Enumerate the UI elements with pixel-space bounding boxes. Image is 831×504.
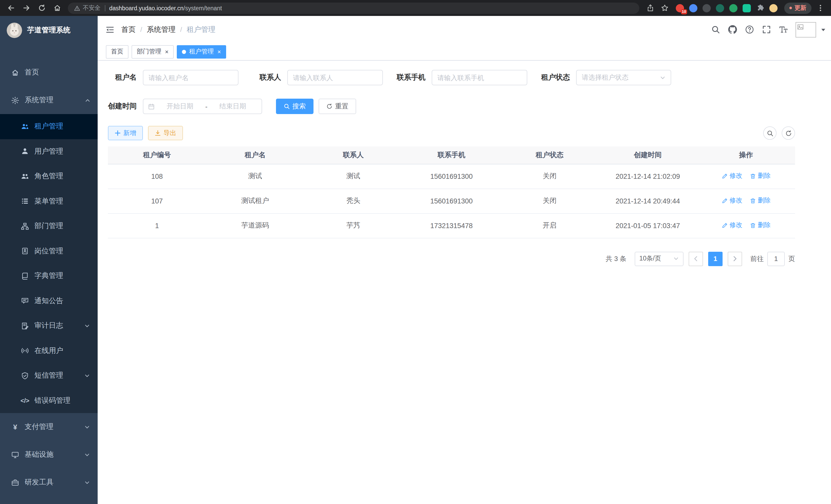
refresh-table-button[interactable] (782, 126, 795, 140)
delete-button[interactable]: 删除 (749, 197, 771, 205)
contact-input[interactable] (293, 74, 377, 82)
export-button-label: 导出 (164, 129, 176, 138)
chevron-down-icon[interactable] (821, 27, 826, 32)
sidebar-toggle-icon[interactable] (98, 25, 121, 34)
sidebar-item-0[interactable]: 首页 (0, 59, 98, 86)
update-button[interactable]: 更新 (784, 2, 811, 13)
prev-page-button[interactable] (689, 251, 703, 266)
extension-icon-5[interactable] (729, 4, 738, 12)
reload-icon[interactable] (35, 1, 48, 14)
tab-2[interactable]: 租户管理× (177, 45, 226, 58)
sidebar-item-15[interactable]: 基础设施 (0, 441, 98, 469)
breadcrumb-item-system[interactable]: 系统管理 (147, 25, 175, 34)
sidebar-item-10[interactable]: 审计日志 (0, 314, 98, 338)
tab-0[interactable]: 首页 (106, 45, 128, 58)
back-icon[interactable] (4, 1, 18, 14)
close-icon[interactable]: × (218, 49, 221, 55)
navbar-icons (709, 22, 831, 37)
add-button[interactable]: 新增 (108, 126, 143, 140)
reset-button[interactable]: 重置 (319, 99, 356, 114)
extension-icon-6[interactable] (743, 4, 751, 12)
sidebar-item-4[interactable]: 角色管理 (0, 164, 98, 189)
sidebar-item-6[interactable]: 部门管理 (0, 214, 98, 239)
search-icon[interactable] (709, 23, 722, 36)
extensions-puzzle-icon[interactable] (756, 4, 764, 12)
edit-button[interactable]: 修改 (721, 221, 742, 230)
security-warning: 不安全 (74, 4, 101, 12)
sidebar-item-1[interactable]: 系统管理 (0, 86, 98, 114)
edit-button[interactable]: 修改 (721, 197, 742, 205)
share-icon[interactable] (643, 1, 657, 14)
broken-image-icon (797, 23, 804, 30)
update-dot (790, 7, 792, 9)
edit-icon (721, 173, 727, 179)
home-icon[interactable] (50, 1, 64, 14)
sidebar-item-label: 菜单管理 (34, 197, 90, 206)
fullscreen-icon[interactable] (760, 23, 773, 36)
active-tab-dot (182, 50, 186, 54)
sidebar-item-13[interactable]: </>错误码管理 (0, 388, 98, 413)
font-size-icon[interactable] (776, 23, 790, 36)
delete-button[interactable]: 删除 (749, 221, 771, 230)
cell-phone: 17321315478 (402, 213, 500, 238)
cell-phone: 15601691300 (402, 164, 500, 188)
errcode-icon: </> (21, 396, 29, 405)
next-page-button[interactable] (728, 251, 742, 266)
sidebar-item-11[interactable]: 在线用户 (0, 338, 98, 363)
goto-page-input[interactable] (767, 251, 785, 266)
extension-icon-3[interactable] (703, 4, 711, 12)
help-icon[interactable] (743, 23, 756, 36)
column-header: 租户状态 (500, 146, 599, 164)
sidebar-item-16[interactable]: 研发工具 (0, 469, 98, 496)
column-header: 联系手机 (402, 146, 500, 164)
sidebar-item-2[interactable]: 租户管理 (0, 114, 98, 139)
tenant-name-input[interactable] (148, 74, 233, 82)
edit-button[interactable]: 修改 (721, 172, 742, 181)
filter-row-2: 创建时间 开始日期 - 结束日期 搜索 重置 (108, 99, 795, 114)
toggle-search-button[interactable] (763, 126, 776, 140)
delete-button[interactable]: 删除 (749, 172, 771, 181)
profile-avatar[interactable] (769, 4, 778, 12)
export-button[interactable]: 导出 (148, 126, 183, 140)
github-icon[interactable] (726, 23, 739, 36)
sidebar-item-3[interactable]: 用户管理 (0, 139, 98, 164)
sidebar-item-label: 首页 (25, 68, 90, 77)
page-size-select[interactable]: 10条/页 (635, 251, 684, 266)
sidebar-item-label: 通知公告 (34, 296, 90, 306)
omnibox-divider (105, 5, 105, 11)
sidebar-item-9[interactable]: 通知公告 (0, 289, 98, 314)
sidebar-item-14[interactable]: ¥支付管理 (0, 413, 98, 441)
cell-tenant-name: 芋道源码 (206, 213, 304, 238)
column-header: 操作 (697, 146, 795, 164)
extension-icon-4[interactable] (716, 4, 724, 12)
tab-label: 首页 (111, 47, 123, 56)
user-icon (21, 147, 29, 156)
sidebar-item-12[interactable]: 短信管理 (0, 363, 98, 388)
phone-input[interactable] (437, 74, 522, 82)
star-icon[interactable] (658, 1, 671, 14)
sidebar-item-7[interactable]: 岗位管理 (0, 239, 98, 264)
date-range-picker[interactable]: 开始日期 - 结束日期 (143, 99, 262, 114)
forward-icon[interactable] (20, 1, 33, 14)
breadcrumb-item-home[interactable]: 首页 (121, 25, 136, 34)
status-select[interactable]: 请选择租户状态 (576, 70, 671, 85)
table-row: 107测试租户秃头15601691300关闭2021-12-14 20:49:4… (108, 188, 795, 213)
browser-menu-icon[interactable] (813, 1, 827, 14)
extension-icon-1[interactable]: 10 (676, 4, 684, 12)
sidebar-item-8[interactable]: 字典管理 (0, 264, 98, 289)
extension-icon-2[interactable] (689, 4, 697, 12)
edit-icon (721, 198, 727, 204)
avatar[interactable] (796, 22, 816, 37)
search-button[interactable]: 搜索 (276, 99, 314, 114)
address-bar[interactable]: 不安全 dashboard.yudao.iocoder.cn/system/te… (68, 2, 639, 13)
close-icon[interactable]: × (165, 49, 169, 55)
app-logo[interactable]: 芋道管理系统 (0, 16, 98, 45)
online-icon (21, 347, 29, 355)
tab-1[interactable]: 部门管理× (132, 45, 174, 58)
calendar-icon (148, 103, 155, 110)
menu-icon (21, 197, 29, 206)
sidebar-item-5[interactable]: 菜单管理 (0, 189, 98, 214)
tenant-icon (21, 122, 29, 131)
browser-action-buttons (643, 1, 671, 14)
page-1-button[interactable]: 1 (708, 251, 722, 266)
